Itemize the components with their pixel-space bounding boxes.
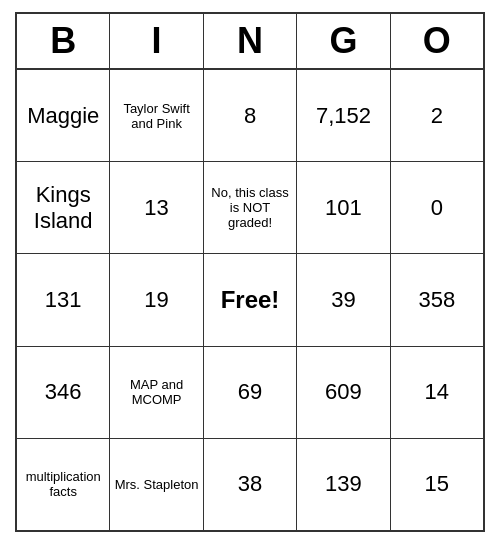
bingo-cell: 2 bbox=[391, 70, 483, 161]
bingo-cell: MAP and MCOMP bbox=[110, 347, 203, 438]
bingo-cell: 38 bbox=[204, 439, 297, 530]
bingo-cell: Taylor Swift and Pink bbox=[110, 70, 203, 161]
bingo-cell: 69 bbox=[204, 347, 297, 438]
header-letter: B bbox=[17, 14, 110, 68]
header-letter: O bbox=[391, 14, 483, 68]
header-letter: G bbox=[297, 14, 390, 68]
header-letter: I bbox=[110, 14, 203, 68]
bingo-cell: multiplication facts bbox=[17, 439, 110, 530]
bingo-cell: 13 bbox=[110, 162, 203, 253]
bingo-cell: No, this class is NOT graded! bbox=[204, 162, 297, 253]
bingo-cell: 101 bbox=[297, 162, 390, 253]
bingo-body: MaggieTaylor Swift and Pink87,1522Kings … bbox=[17, 70, 483, 530]
bingo-cell: 15 bbox=[391, 439, 483, 530]
bingo-cell: 8 bbox=[204, 70, 297, 161]
bingo-cell: 139 bbox=[297, 439, 390, 530]
bingo-card: BINGO MaggieTaylor Swift and Pink87,1522… bbox=[15, 12, 485, 532]
bingo-cell: 0 bbox=[391, 162, 483, 253]
bingo-cell: 7,152 bbox=[297, 70, 390, 161]
bingo-cell: Mrs. Stapleton bbox=[110, 439, 203, 530]
bingo-cell: 609 bbox=[297, 347, 390, 438]
bingo-row: MaggieTaylor Swift and Pink87,1522 bbox=[17, 70, 483, 162]
bingo-cell: Free! bbox=[204, 254, 297, 345]
bingo-row: multiplication factsMrs. Stapleton381391… bbox=[17, 439, 483, 530]
bingo-header: BINGO bbox=[17, 14, 483, 70]
bingo-cell: 39 bbox=[297, 254, 390, 345]
bingo-cell: 346 bbox=[17, 347, 110, 438]
header-letter: N bbox=[204, 14, 297, 68]
bingo-cell: Maggie bbox=[17, 70, 110, 161]
bingo-cell: 131 bbox=[17, 254, 110, 345]
bingo-row: 346MAP and MCOMP6960914 bbox=[17, 347, 483, 439]
bingo-cell: 19 bbox=[110, 254, 203, 345]
bingo-cell: Kings Island bbox=[17, 162, 110, 253]
bingo-cell: 358 bbox=[391, 254, 483, 345]
bingo-cell: 14 bbox=[391, 347, 483, 438]
bingo-row: 13119Free!39358 bbox=[17, 254, 483, 346]
bingo-row: Kings Island13No, this class is NOT grad… bbox=[17, 162, 483, 254]
